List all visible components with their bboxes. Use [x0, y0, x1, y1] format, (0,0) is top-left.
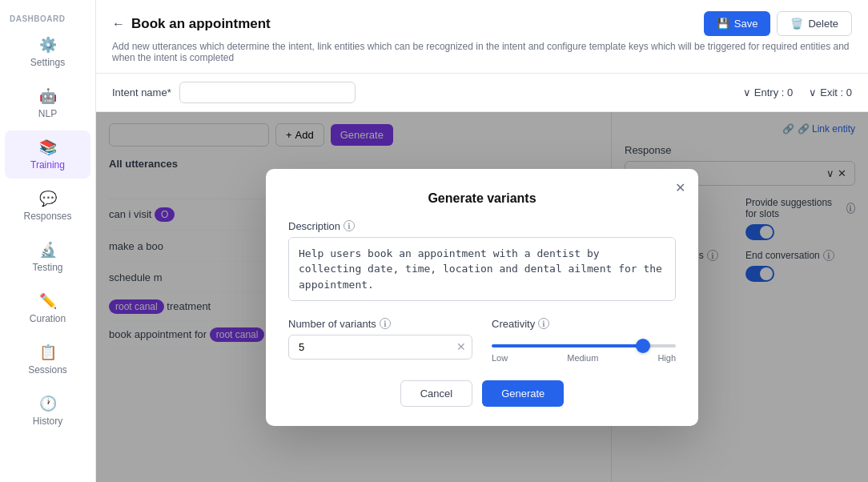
- entry-label: Entry : 0: [754, 86, 793, 98]
- main-header: ← Book an appointment 💾 Save 🗑️ Delete A…: [96, 0, 868, 74]
- settings-icon: ⚙️: [39, 36, 57, 54]
- modal-overlay: Generate variants ✕ Description ℹ Number…: [96, 112, 868, 482]
- generate-variants-modal: Generate variants ✕ Description ℹ Number…: [266, 169, 698, 426]
- curation-icon: ✏️: [39, 292, 57, 310]
- sidebar-item-responses[interactable]: 💬 Responses: [5, 182, 90, 230]
- slider-medium-label: Medium: [567, 353, 598, 363]
- testing-icon: 🔬: [39, 241, 57, 259]
- training-icon: 📚: [39, 139, 57, 156]
- delete-icon: 🗑️: [790, 18, 803, 30]
- sidebar-item-settings[interactable]: ⚙️ Settings: [5, 28, 90, 76]
- exit-label: Exit : 0: [820, 86, 852, 98]
- info-icon: ℹ: [538, 318, 549, 329]
- modal-form-row: Number of variants ℹ ✕ Creativity: [288, 318, 676, 363]
- sidebar-item-label: Responses: [23, 211, 71, 222]
- slider-high-label: High: [657, 353, 676, 363]
- sidebar-item-curation[interactable]: ✏️ Curation: [5, 284, 90, 332]
- slider-low-label: Low: [492, 353, 508, 363]
- cancel-button[interactable]: Cancel: [400, 380, 472, 407]
- delete-button[interactable]: 🗑️ Delete: [777, 11, 852, 36]
- modal-close-button[interactable]: ✕: [675, 180, 685, 195]
- sidebar-item-label: NLP: [38, 108, 57, 119]
- creativity-section: Creativity ℹ Low Medium High: [492, 318, 676, 363]
- save-label: Save: [734, 18, 758, 30]
- creativity-slider-container: Low Medium High: [492, 338, 676, 363]
- sidebar-item-sessions[interactable]: 📋 Sessions: [5, 335, 90, 384]
- clear-input-button[interactable]: ✕: [456, 340, 466, 353]
- sidebar-item-nlp[interactable]: 🤖 NLP: [5, 79, 90, 127]
- num-variants-label: Number of variants ℹ: [288, 318, 472, 330]
- generate-modal-button[interactable]: Generate: [482, 380, 564, 407]
- sidebar-item-label: Testing: [32, 262, 62, 273]
- dashboard-label: DASHBOARD: [0, 8, 95, 26]
- entry-exit-info: ∨ Entry : 0 ∨ Exit : 0: [743, 86, 852, 98]
- creativity-label: Creativity ℹ: [492, 318, 676, 330]
- info-icon: ℹ: [344, 220, 355, 231]
- intent-name-label: Intent name*: [112, 86, 171, 98]
- sidebar-item-history[interactable]: 🕐 History: [5, 387, 90, 435]
- info-icon: ℹ: [380, 318, 391, 329]
- modal-title: Generate variants: [288, 191, 676, 206]
- chevron-down-icon: ∨: [809, 86, 817, 98]
- history-icon: 🕐: [39, 395, 57, 412]
- save-icon: 💾: [717, 18, 729, 30]
- modal-actions: Cancel Generate: [288, 380, 676, 407]
- responses-icon: 💬: [39, 190, 57, 207]
- header-actions: 💾 Save 🗑️ Delete: [704, 11, 852, 36]
- page-title: Book an appointment: [131, 16, 271, 32]
- intent-bar: Intent name* ∨ Entry : 0 ∨ Exit : 0: [96, 74, 868, 112]
- sidebar-item-label: Sessions: [28, 364, 67, 376]
- save-button[interactable]: 💾 Save: [704, 11, 771, 36]
- nlp-icon: 🤖: [39, 87, 57, 105]
- sessions-icon: 📋: [39, 343, 57, 361]
- sidebar-item-label: Training: [30, 159, 65, 171]
- creativity-slider[interactable]: [492, 344, 676, 347]
- sidebar: DASHBOARD ⚙️ Settings 🤖 NLP 📚 Training 💬…: [0, 0, 96, 482]
- description-label: Description ℹ: [288, 220, 676, 232]
- num-variants-section: Number of variants ℹ ✕: [288, 318, 472, 359]
- intent-name-input[interactable]: [179, 82, 356, 103]
- chevron-down-icon: ∨: [743, 86, 751, 98]
- description-textarea[interactable]: [288, 237, 676, 301]
- sidebar-item-label: Settings: [30, 57, 65, 68]
- num-variants-input[interactable]: [288, 335, 472, 359]
- content-area: + Add Generate All utterances Retries Te…: [96, 112, 868, 482]
- header-description: Add new utterances which determine the i…: [112, 41, 852, 63]
- main-area: ← Book an appointment 💾 Save 🗑️ Delete A…: [96, 0, 868, 482]
- exit-info: ∨ Exit : 0: [809, 86, 852, 98]
- delete-label: Delete: [808, 18, 838, 30]
- sidebar-item-label: History: [33, 416, 62, 427]
- sidebar-item-label: Curation: [30, 313, 66, 324]
- entry-info: ∨ Entry : 0: [743, 86, 793, 98]
- sidebar-item-training[interactable]: 📚 Training: [5, 131, 90, 179]
- slider-labels: Low Medium High: [492, 353, 676, 363]
- back-button[interactable]: ←: [112, 17, 125, 31]
- sidebar-item-testing[interactable]: 🔬 Testing: [5, 233, 90, 281]
- num-variants-input-wrap: ✕: [288, 335, 472, 359]
